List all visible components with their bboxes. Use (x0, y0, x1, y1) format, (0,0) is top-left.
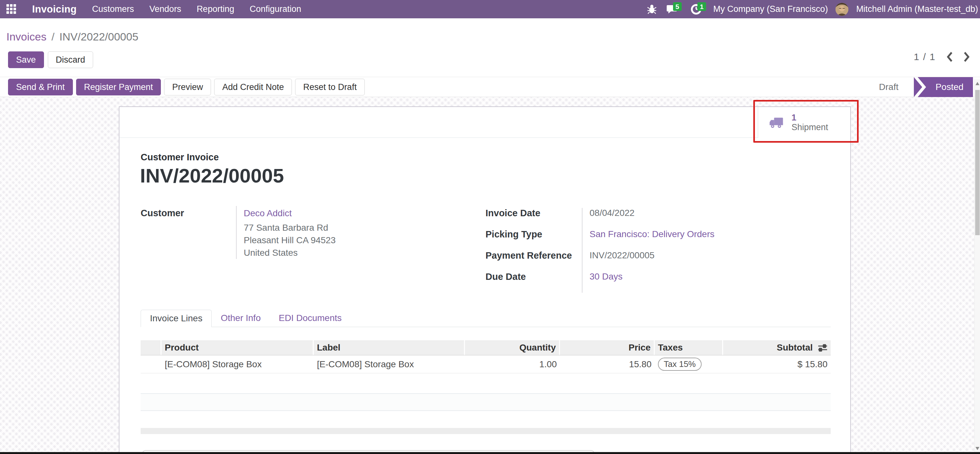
apps-grid-icon[interactable] (6, 4, 17, 14)
customer-address-line: 77 Santa Barbara Rd (244, 221, 358, 234)
notebook-tabs: Invoice Lines Other Info EDI Documents (141, 309, 831, 327)
invoice-detail-fields: Invoice Date 08/04/2022 Picking Type San… (485, 208, 775, 293)
price-column-header[interactable]: Price (560, 340, 655, 355)
row-product[interactable]: [E-COM08] Storage Box (162, 355, 314, 373)
pager: 1 / 1 (914, 51, 971, 62)
reset-to-draft-button[interactable]: Reset to Draft (295, 79, 365, 96)
invoice-sheet: 1 Shipment Customer Invoice INV/2022/000… (119, 106, 851, 454)
nav-item-reporting[interactable]: Reporting (197, 4, 234, 14)
table-header-row: Product Label Quantity Price Taxes Subto… (141, 340, 831, 355)
debug-bug-icon[interactable] (646, 3, 658, 16)
messages-badge: 5 (673, 2, 682, 11)
picking-type-label: Picking Type (485, 229, 582, 250)
discard-button[interactable]: Discard (48, 51, 94, 68)
status-widget: Draft Posted (819, 77, 974, 97)
screen-bottom-edge (0, 452, 980, 454)
smart-button-box: 1 Shipment (119, 107, 850, 138)
product-column-header[interactable]: Product (162, 340, 314, 355)
vertical-scrollbar[interactable] (974, 80, 980, 454)
invoice-line-row[interactable]: [E-COM08] Storage Box [E-COM08] Storage … (141, 355, 831, 373)
document-type-label: Customer Invoice (141, 152, 219, 162)
scrollbar-thumb[interactable] (975, 90, 980, 235)
user-menu[interactable]: Mitchell Admin (Master-test_db) (856, 4, 978, 14)
payment-reference-value[interactable]: INV/2022/00005 (582, 250, 775, 271)
tax-badge[interactable]: Tax 15% (658, 358, 702, 371)
tab-edi-documents[interactable]: EDI Documents (270, 309, 351, 327)
payment-reference-label: Payment Reference (485, 250, 582, 271)
invoice-date-value[interactable]: 08/04/2022 (582, 208, 775, 229)
row-subtotal: $ 15.80 (723, 355, 831, 373)
breadcrumb-separator: / (49, 30, 56, 43)
customer-address-line: United States (244, 247, 358, 259)
truck-icon (769, 116, 784, 129)
invoice-number-title: INV/2022/00005 (140, 164, 284, 187)
picking-type-link[interactable]: San Francisco: Delivery Orders (582, 229, 775, 250)
row-handle[interactable] (141, 355, 162, 373)
save-button[interactable]: Save (8, 51, 44, 68)
activities-clock-icon[interactable]: 1 (690, 3, 702, 16)
quantity-column-header[interactable]: Quantity (465, 340, 560, 355)
messages-icon[interactable]: 5 (666, 3, 678, 16)
shipment-smart-button[interactable]: 1 Shipment (758, 107, 850, 138)
taxes-column-header[interactable]: Taxes (655, 340, 723, 355)
optional-columns-icon[interactable] (818, 344, 827, 352)
tab-invoice-lines[interactable]: Invoice Lines (141, 310, 212, 327)
row-quantity[interactable]: 1.00 (465, 355, 560, 373)
subtotal-column-header[interactable]: Subtotal (723, 340, 831, 355)
control-panel: Invoices / INV/2022/00005 Save Discard 1… (0, 18, 980, 77)
nav-item-customers[interactable]: Customers (92, 4, 134, 14)
tab-other-info[interactable]: Other Info (212, 309, 270, 327)
handle-column-header (141, 340, 162, 355)
pager-count: 1 / 1 (914, 51, 936, 62)
section-separator-bar (141, 428, 831, 434)
top-navbar: Invoicing Customers Vendors Reporting Co… (0, 0, 980, 18)
status-posted[interactable]: Posted (918, 77, 973, 97)
due-date-link[interactable]: 30 Days (582, 271, 775, 293)
scrollbar-up-arrow[interactable] (975, 82, 979, 85)
form-statusbar: Send & Print Register Payment Preview Ad… (0, 77, 980, 97)
row-price[interactable]: 15.80 (560, 355, 655, 373)
breadcrumb: Invoices / INV/2022/00005 (6, 30, 138, 43)
activities-badge: 1 (697, 2, 706, 11)
breadcrumb-current: INV/2022/00005 (59, 30, 138, 43)
customer-address-line: Pleasant Hill CA 94523 (244, 234, 358, 247)
shipment-count: 1 (792, 113, 828, 123)
chevron-right-icon[interactable] (962, 51, 971, 62)
register-payment-button[interactable]: Register Payment (76, 79, 161, 96)
nav-item-configuration[interactable]: Configuration (250, 4, 301, 14)
customer-field-group: Customer Deco Addict 77 Santa Barbara Rd… (141, 208, 359, 218)
scrollbar-down-arrow[interactable] (975, 447, 979, 450)
add-credit-note-button[interactable]: Add Credit Note (214, 79, 292, 96)
row-label[interactable]: [E-COM08] Storage Box (314, 355, 465, 373)
nav-item-vendors[interactable]: Vendors (149, 4, 181, 14)
invoice-lines-table: Product Label Quantity Price Taxes Subto… (141, 340, 831, 373)
chevron-left-icon[interactable] (945, 51, 954, 62)
customer-link[interactable]: Deco Addict (244, 208, 358, 219)
send-print-button[interactable]: Send & Print (8, 79, 73, 96)
label-column-header[interactable]: Label (314, 340, 465, 355)
company-switcher[interactable]: My Company (San Francisco) (713, 4, 828, 14)
user-avatar[interactable] (835, 3, 848, 16)
invoice-date-label: Invoice Date (485, 208, 582, 229)
odoo-invoicing-screen: Invoicing Customers Vendors Reporting Co… (0, 0, 980, 454)
shipment-label: Shipment (792, 123, 828, 132)
app-name[interactable]: Invoicing (32, 3, 77, 15)
status-draft[interactable]: Draft (879, 77, 899, 97)
preview-button[interactable]: Preview (164, 79, 211, 96)
breadcrumb-invoices-link[interactable]: Invoices (6, 30, 46, 43)
due-date-label: Due Date (485, 271, 582, 293)
empty-lines-band (141, 393, 831, 411)
row-taxes[interactable]: Tax 15% (655, 355, 723, 373)
